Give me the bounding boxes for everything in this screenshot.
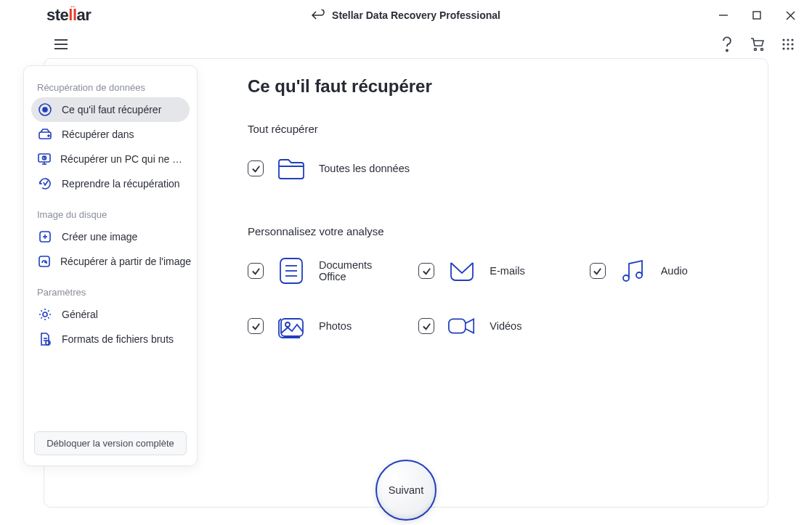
svg-point-8 (755, 49, 757, 51)
svg-point-25 (636, 272, 642, 278)
create-image-icon (37, 229, 53, 245)
svg-rect-1 (753, 12, 760, 19)
checkbox-all-data[interactable] (248, 160, 264, 176)
option-audio: Audio (590, 256, 739, 285)
option-videos: Vidéos (418, 312, 567, 341)
recover-all-label: Tout récupérer (248, 123, 739, 135)
checkbox-videos[interactable] (418, 318, 434, 334)
document-icon (277, 256, 306, 285)
sidebar-section-disk-image: Image du disque (24, 205, 197, 224)
svg-point-16 (782, 47, 784, 49)
logo-text-post: ar (77, 6, 92, 25)
sidebar-section-recovery: Récupération de données (24, 78, 197, 97)
gear-icon (37, 306, 53, 322)
sidebar-item-label: Reprendre la récupération (62, 178, 180, 190)
sidebar-section-settings: Paramètres (24, 282, 197, 302)
option-emails: E-mails (418, 256, 567, 285)
option-label: Audio (661, 265, 688, 277)
logo-text-pre: ste (46, 6, 68, 25)
logo-highlight: • •ll (68, 6, 76, 25)
sidebar: Récupération de données Ce qu'il faut ré… (23, 65, 198, 466)
folder-icon (277, 154, 306, 183)
file-list-icon (37, 331, 53, 347)
option-all-data: Toutes les données (248, 154, 739, 183)
back-icon[interactable] (312, 9, 325, 21)
svg-rect-40 (39, 256, 49, 266)
svg-point-15 (791, 43, 793, 45)
svg-point-12 (791, 38, 793, 41)
option-photos: Photos (248, 312, 397, 341)
drive-icon (37, 126, 53, 142)
apps-grid-icon[interactable] (779, 35, 797, 54)
checkbox-audio[interactable] (590, 263, 606, 279)
sidebar-item-what-to-recover[interactable]: Ce qu'il faut récupérer (31, 97, 190, 122)
maximize-button[interactable] (747, 5, 767, 25)
checkbox-photos[interactable] (248, 318, 264, 334)
svg-point-30 (43, 107, 47, 112)
checkbox-emails[interactable] (418, 263, 434, 279)
svg-point-17 (787, 47, 789, 49)
title-bar: ste• •llar Stellar Data Recovery Profess… (0, 0, 812, 30)
sidebar-item-label: Formats de fichiers bruts (62, 333, 174, 345)
option-documents: Documents Office (248, 256, 397, 285)
svg-point-10 (782, 38, 784, 41)
option-label: E-mails (490, 265, 524, 277)
help-icon[interactable] (718, 35, 736, 54)
next-button[interactable]: Suivant (375, 460, 437, 521)
sidebar-item-recover-from-image[interactable]: Récupérer à partir de l'image (24, 249, 197, 274)
svg-point-27 (285, 322, 290, 327)
target-icon (37, 102, 53, 118)
option-label: Documents Office (319, 259, 397, 282)
sidebar-item-label: Ce qu'il faut récupérer (62, 104, 161, 115)
sidebar-item-recover-crashed-pc[interactable]: Récupérer un PC qui ne déma (24, 147, 197, 171)
option-label: Photos (319, 320, 352, 332)
app-title: Stellar Data Recovery Professional (332, 9, 500, 21)
close-button[interactable] (780, 5, 800, 25)
sidebar-item-create-image[interactable]: Créer une image (24, 224, 197, 249)
body-area: Ce qu'il faut récupérer Tout récupérer T… (0, 58, 812, 525)
title-center: Stellar Data Recovery Professional (312, 9, 500, 21)
svg-point-7 (726, 50, 728, 52)
svg-point-18 (791, 47, 793, 49)
svg-point-14 (787, 43, 789, 45)
customize-label: Personnalisez votre analyse (248, 225, 739, 237)
svg-point-9 (761, 49, 763, 51)
sidebar-item-label: Créer une image (62, 231, 137, 243)
sidebar-item-raw-formats[interactable]: Formats de fichiers bruts (24, 327, 197, 351)
video-icon (447, 312, 476, 341)
next-button-label: Suivant (389, 484, 423, 496)
audio-icon (619, 256, 648, 285)
svg-point-32 (48, 135, 49, 137)
svg-point-44 (46, 341, 50, 345)
window-controls (713, 5, 800, 25)
cart-icon[interactable] (748, 35, 767, 54)
unlock-full-version-button[interactable]: Débloquer la version complète (34, 431, 187, 455)
option-label: Vidéos (490, 320, 521, 332)
svg-rect-28 (449, 319, 466, 333)
svg-point-41 (43, 312, 47, 317)
svg-point-11 (787, 38, 789, 41)
page-title: Ce qu'il faut récupérer (248, 76, 739, 97)
menu-toggle-icon[interactable] (54, 38, 71, 50)
monitor-icon (37, 151, 52, 167)
photos-icon (277, 312, 306, 341)
svg-point-13 (782, 43, 784, 45)
sidebar-item-resume-recovery[interactable]: Reprendre la récupération (24, 171, 197, 196)
app-window: ste• •llar Stellar Data Recovery Profess… (0, 0, 812, 525)
sidebar-item-label: Récupérer un PC qui ne déma (60, 153, 184, 165)
sidebar-item-recover-from[interactable]: Récupérer dans (24, 122, 197, 147)
option-label: Toutes les données (319, 163, 410, 174)
sidebar-item-label: Récupérer à partir de l'image (60, 256, 191, 267)
sidebar-item-label: Général (62, 309, 98, 320)
sidebar-item-label: Récupérer dans (62, 129, 134, 140)
resume-icon (37, 176, 53, 192)
checkbox-documents[interactable] (248, 263, 264, 279)
minimize-button[interactable] (713, 5, 734, 25)
app-logo: ste• •llar (46, 6, 91, 25)
recover-image-icon (37, 253, 52, 269)
toolbar (0, 30, 812, 58)
sidebar-item-general[interactable]: Général (24, 302, 197, 327)
svg-point-24 (623, 275, 629, 281)
email-icon (447, 256, 476, 285)
